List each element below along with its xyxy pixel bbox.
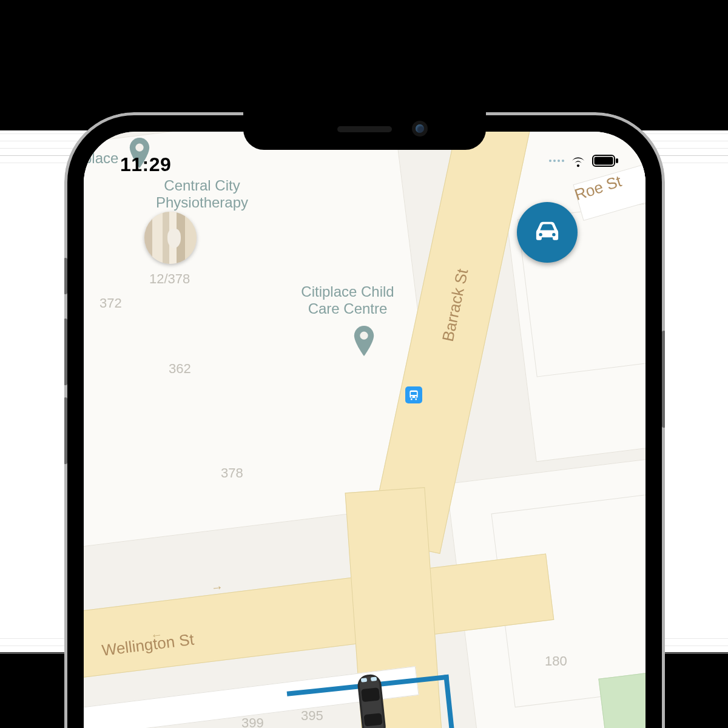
status-bar-right xyxy=(549,153,619,168)
bus-stop-icon[interactable] xyxy=(405,386,422,403)
svg-rect-13 xyxy=(361,678,367,682)
svg-point-19 xyxy=(552,233,555,236)
side-button xyxy=(64,397,67,464)
map-pin-icon[interactable] xyxy=(353,326,375,348)
front-camera xyxy=(412,121,428,136)
phone-device-frame: → → Barrack St Wellington St Roe St Cent… xyxy=(64,112,665,728)
profile-avatar[interactable] xyxy=(144,212,197,264)
svg-rect-11 xyxy=(361,687,380,702)
svg-rect-3 xyxy=(411,392,417,395)
cellular-dots-icon xyxy=(549,160,564,162)
svg-point-4 xyxy=(411,396,413,398)
car-icon xyxy=(530,215,565,250)
side-button xyxy=(662,331,665,428)
address-number: 378 xyxy=(221,465,243,481)
address-number: 180 xyxy=(545,653,567,669)
speaker-grille xyxy=(337,126,392,132)
poi-label-childcare: Citiplace Child Care Centre xyxy=(284,283,411,317)
svg-point-5 xyxy=(415,396,417,398)
vehicle-marker-icon[interactable] xyxy=(346,667,397,728)
address-number: 12/378 xyxy=(149,271,190,287)
poi-label-physio: Central City Physiotherapy xyxy=(138,177,266,211)
device-notch xyxy=(243,112,486,150)
address-number: 399 xyxy=(241,715,264,728)
status-bar-time: 11:29 xyxy=(120,153,171,176)
direction-arrow-icon: → xyxy=(211,580,224,595)
screen: → → Barrack St Wellington St Roe St Cent… xyxy=(84,132,645,728)
svg-point-1 xyxy=(360,332,368,340)
address-number: 372 xyxy=(99,295,122,311)
svg-rect-14 xyxy=(371,677,377,681)
battery-icon xyxy=(592,153,619,168)
svg-rect-16 xyxy=(595,157,613,165)
wifi-icon xyxy=(569,153,587,168)
svg-rect-7 xyxy=(416,399,417,400)
side-button xyxy=(64,318,67,385)
svg-rect-17 xyxy=(616,158,618,163)
svg-point-0 xyxy=(135,144,143,152)
side-button xyxy=(64,258,67,294)
svg-rect-6 xyxy=(411,399,413,400)
address-number: 362 xyxy=(169,361,191,377)
vehicle-mode-button[interactable] xyxy=(517,202,578,263)
svg-rect-12 xyxy=(363,713,382,726)
svg-point-18 xyxy=(539,233,542,236)
